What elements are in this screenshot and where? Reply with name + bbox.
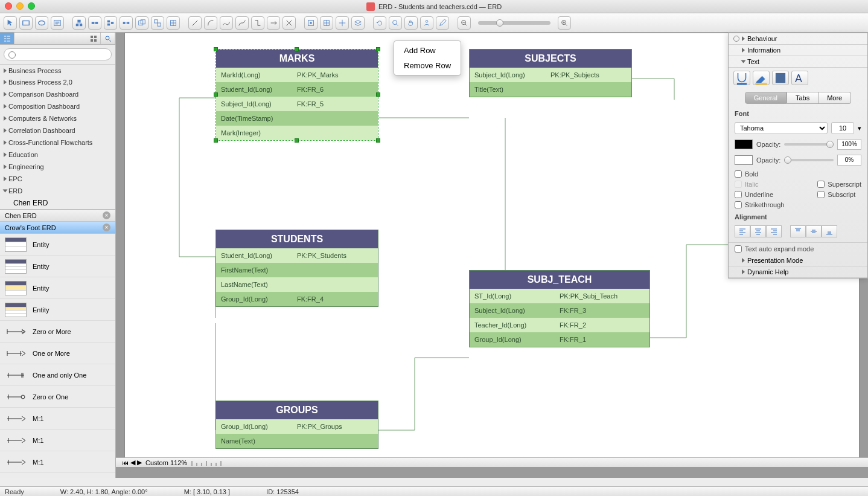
- shape-entity[interactable]: Entity: [0, 277, 115, 299]
- fill-swatch[interactable]: [735, 140, 753, 149]
- align-left-icon[interactable]: [735, 225, 750, 237]
- nav-next-icon[interactable]: ▶: [137, 459, 142, 466]
- tree-item[interactable]: Education: [0, 149, 115, 161]
- sidebar-tab-search-icon[interactable]: [101, 33, 115, 44]
- sidebar-search-input[interactable]: [4, 48, 112, 60]
- lib-tab-chen[interactable]: Chen ERD×: [0, 210, 115, 222]
- tab-general[interactable]: General: [745, 92, 787, 104]
- entity-marks[interactable]: MARKS MarkId(Long)PK:PK_Marks Student_Id…: [215, 49, 378, 141]
- shape-entity[interactable]: Entity: [0, 256, 115, 277]
- section-information[interactable]: Information: [729, 45, 867, 56]
- shape-connector[interactable]: Zero or More: [0, 321, 115, 343]
- tree-item[interactable]: Computers & Networks: [0, 112, 115, 124]
- underline-color-icon[interactable]: [733, 71, 750, 85]
- align-tool-icon[interactable]: [104, 16, 117, 30]
- underline-checkbox[interactable]: Underline: [735, 191, 784, 198]
- distribute-tool-icon[interactable]: [120, 16, 133, 30]
- tree-sub-chen[interactable]: Chen ERD: [0, 197, 115, 209]
- ungroup-tool-icon[interactable]: [151, 16, 164, 30]
- nav-prev-icon[interactable]: ◀: [130, 459, 135, 466]
- fill-icon[interactable]: [772, 71, 789, 85]
- shape-entity[interactable]: Entity: [0, 299, 115, 321]
- zoom-label[interactable]: Custom 112%: [142, 459, 191, 466]
- text-tool-icon[interactable]: [51, 16, 64, 30]
- connector2-tool-icon[interactable]: [267, 16, 280, 30]
- shape-connector[interactable]: M:1: [0, 430, 115, 451]
- dropdown-icon[interactable]: ▾: [858, 124, 861, 132]
- layers-tool-icon[interactable]: [351, 16, 365, 30]
- entity-students[interactable]: STUDENTS Student_Id(Long)PK:PK_Students …: [215, 230, 378, 307]
- bezier-tool-icon[interactable]: [235, 16, 249, 30]
- connector-tool-icon[interactable]: [251, 16, 264, 30]
- close-icon[interactable]: ×: [103, 211, 110, 219]
- sidebar-tab-grid-icon[interactable]: [86, 33, 101, 44]
- tab-tabs[interactable]: Tabs: [787, 92, 819, 104]
- highlight-icon[interactable]: [753, 71, 770, 85]
- chain-tool-icon[interactable]: [88, 16, 101, 30]
- tree-item[interactable]: Business Process 2,0: [0, 76, 115, 88]
- tab-more[interactable]: More: [819, 92, 851, 104]
- align-center-icon[interactable]: [750, 225, 766, 237]
- font-select[interactable]: Tahoma: [735, 122, 828, 134]
- tree-item[interactable]: Composition Dashboard: [0, 100, 115, 112]
- connector3-tool-icon[interactable]: [282, 16, 296, 30]
- edit-tool-icon[interactable]: [436, 16, 449, 30]
- font-color-icon[interactable]: A: [791, 71, 808, 85]
- tree-item[interactable]: Business Process: [0, 64, 115, 76]
- refresh-tool-icon[interactable]: [373, 16, 386, 30]
- snap-tool-icon[interactable]: [304, 16, 318, 30]
- minimize-icon[interactable]: [16, 2, 24, 10]
- arrange-tool-icon[interactable]: [167, 16, 180, 30]
- person-tool-icon[interactable]: [420, 16, 433, 30]
- ellipse-tool-icon[interactable]: [35, 16, 48, 30]
- close-icon[interactable]: ×: [103, 224, 110, 231]
- shape-connector[interactable]: M:1: [0, 408, 115, 430]
- grid-tool-icon[interactable]: [320, 16, 333, 30]
- pointer-tool-icon[interactable]: [4, 16, 17, 30]
- tree-item-erd[interactable]: ERD: [0, 185, 115, 197]
- menu-remove-row[interactable]: Remove Row: [394, 58, 461, 73]
- italic-checkbox[interactable]: Italic: [735, 181, 784, 188]
- menu-add-row[interactable]: Add Row: [394, 43, 461, 58]
- valign-middle-icon[interactable]: [806, 225, 822, 237]
- section-behaviour[interactable]: Behaviour: [729, 33, 867, 45]
- subscript-checkbox[interactable]: Subscript: [817, 191, 861, 198]
- section-help[interactable]: Dynamic Help: [729, 266, 867, 278]
- shape-entity[interactable]: Entity: [0, 234, 115, 256]
- nav-first-icon[interactable]: ⏮: [122, 459, 129, 466]
- search-tool-icon[interactable]: [389, 16, 402, 30]
- shape-connector[interactable]: M:1: [0, 451, 115, 473]
- valign-top-icon[interactable]: [790, 225, 806, 237]
- close-icon[interactable]: [5, 2, 12, 10]
- lib-tab-crowsfoot[interactable]: Crow's Foot ERD×: [0, 222, 115, 234]
- tree-item[interactable]: Correlation Dashboard: [0, 124, 115, 137]
- zoom-out-icon[interactable]: [458, 16, 471, 30]
- shape-connector[interactable]: One or More: [0, 343, 115, 364]
- entity-groups[interactable]: GROUPS Group_Id(Long)PK:PK_Groups Name(T…: [215, 401, 378, 449]
- line-tool-icon[interactable]: [188, 16, 202, 30]
- hand-tool-icon[interactable]: [404, 16, 418, 30]
- section-presentation[interactable]: Presentation Mode: [729, 255, 867, 266]
- valign-bottom-icon[interactable]: [822, 225, 837, 237]
- superscript-checkbox[interactable]: Superscript: [817, 181, 861, 188]
- font-size-input[interactable]: [831, 122, 854, 134]
- shape-connector[interactable]: One and only One: [0, 364, 115, 386]
- tree-item[interactable]: Comparison Dashboard: [0, 88, 115, 100]
- guide-tool-icon[interactable]: [336, 16, 349, 30]
- zoom-in-icon[interactable]: [558, 16, 571, 30]
- autoexpand-checkbox[interactable]: Text auto expand mode: [735, 245, 814, 253]
- stroke-opacity-slider[interactable]: [784, 159, 834, 161]
- zoom-slider[interactable]: [478, 21, 550, 25]
- zoom-icon[interactable]: [28, 2, 35, 10]
- group-tool-icon[interactable]: [135, 16, 148, 30]
- fill-opacity-slider[interactable]: [784, 143, 834, 146]
- arc-tool-icon[interactable]: [204, 16, 217, 30]
- stroke-swatch[interactable]: [735, 155, 753, 165]
- entity-subjects[interactable]: SUBJECTS Subject_Id(Long)PK:PK_Subjects …: [469, 49, 632, 97]
- bold-checkbox[interactable]: Bold: [735, 170, 784, 178]
- align-right-icon[interactable]: [766, 225, 782, 237]
- shape-connector[interactable]: Zero or One: [0, 386, 115, 408]
- tree-item[interactable]: EPC: [0, 173, 115, 185]
- section-text[interactable]: Text: [729, 56, 867, 68]
- tree-item[interactable]: Engineering: [0, 161, 115, 173]
